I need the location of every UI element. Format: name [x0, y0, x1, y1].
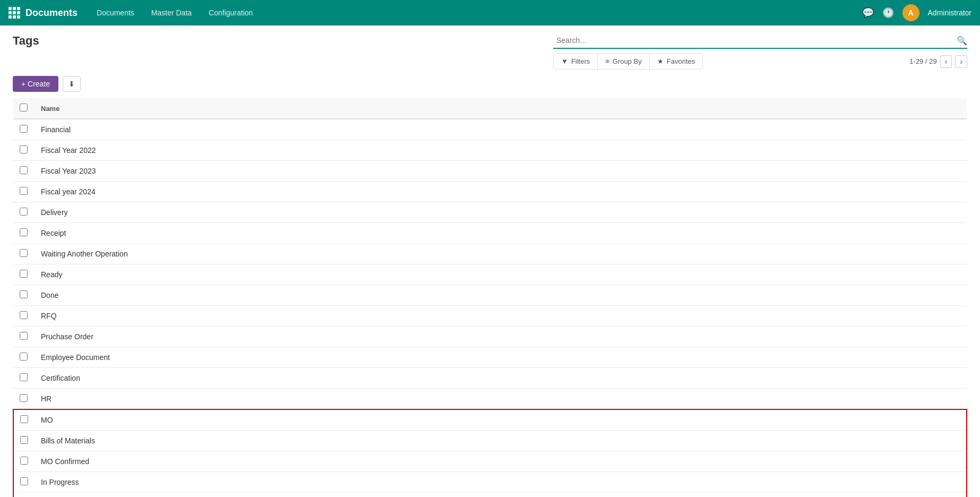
download-icon: ⬇ [68, 80, 75, 88]
row-name: Pruchase Order [35, 327, 967, 347]
row-checkbox[interactable] [20, 415, 28, 423]
row-name: Fiscal year 2024 [35, 182, 967, 202]
table-row[interactable]: Fiscal Year 2022 [13, 140, 967, 161]
search-bar: 🔍 [553, 34, 967, 49]
row-name: Financial [35, 119, 967, 140]
row-name: Employee Document [35, 347, 967, 368]
row-checkbox[interactable] [20, 457, 28, 465]
group-by-button[interactable]: ≡ Group By [598, 54, 650, 69]
table-row[interactable]: HR [13, 389, 967, 410]
row-name: HR [35, 389, 967, 410]
star-icon: ★ [657, 57, 664, 65]
row-name: Certification [35, 368, 967, 389]
avatar[interactable]: A [902, 4, 919, 21]
table-row[interactable]: In Progress [13, 472, 967, 493]
prev-page-button[interactable]: ‹ [940, 55, 952, 68]
row-checkbox[interactable] [20, 353, 28, 361]
search-input[interactable] [553, 34, 957, 47]
row-checkbox[interactable] [20, 270, 28, 278]
row-checkbox[interactable] [20, 332, 28, 340]
row-checkbox[interactable] [20, 187, 28, 195]
create-button[interactable]: + Create [13, 76, 58, 92]
toolbar: + Create ⬇ [13, 76, 967, 92]
chat-icon[interactable]: 💬 [862, 7, 874, 19]
filter-icon: ▼ [561, 57, 568, 65]
row-checkbox[interactable] [20, 436, 28, 444]
row-checkbox[interactable] [20, 125, 28, 133]
row-name: In Progress [35, 472, 967, 493]
tags-table: Name FinancialFiscal Year 2022Fiscal Yea… [13, 98, 967, 497]
row-name: Fiscal Year 2022 [35, 140, 967, 161]
app-logo[interactable]: Documents [8, 7, 78, 19]
row-checkbox[interactable] [20, 249, 28, 257]
row-name: RFQ [35, 306, 967, 327]
table-row[interactable]: MO [13, 409, 967, 431]
favorites-label: Favorites [667, 57, 695, 65]
row-checkbox[interactable] [20, 394, 28, 402]
row-checkbox[interactable] [20, 311, 28, 319]
search-icon[interactable]: 🔍 [957, 36, 967, 46]
nav-master-data[interactable]: Master Data [145, 5, 198, 20]
top-navigation: Documents Documents Master Data Configur… [0, 0, 980, 25]
next-page-button[interactable]: › [955, 55, 967, 68]
table-row[interactable]: Certification [13, 368, 967, 389]
table-row[interactable]: Employee Document [13, 347, 967, 368]
nav-configuration[interactable]: Configuration [202, 5, 259, 20]
table-row[interactable]: Fiscal Year 2023 [13, 161, 967, 182]
favorites-button[interactable]: ★ Favorites [650, 54, 702, 69]
table-row[interactable]: Ready [13, 264, 967, 285]
table-row[interactable]: Done [13, 285, 967, 306]
row-name: Bills of Materials [35, 431, 967, 451]
pagination-count: 1-29 / 29 [909, 57, 936, 65]
table-row[interactable]: Delivery [13, 202, 967, 223]
nav-documents[interactable]: Documents [90, 5, 141, 20]
group-by-label: Group By [613, 57, 642, 65]
username: Administrator [928, 8, 972, 17]
row-name: MO Confirmed [35, 451, 967, 472]
row-name: Waiting Another Operation [35, 244, 967, 264]
table-row[interactable]: Bills of Materials [13, 431, 967, 451]
row-name: Receipt [35, 223, 967, 244]
group-by-icon: ≡ [605, 57, 609, 65]
row-name: Delivery [35, 202, 967, 223]
top-nav-right: 💬 🕐 A Administrator [862, 4, 972, 21]
download-button[interactable]: ⬇ [63, 76, 81, 92]
row-name: Ready [35, 264, 967, 285]
page-title: Tags [13, 34, 39, 48]
table-row[interactable]: MO Done [13, 493, 967, 498]
row-name: Fiscal Year 2023 [35, 161, 967, 182]
table-row[interactable]: RFQ [13, 306, 967, 327]
nav-menu: Documents Master Data Configuration [90, 5, 849, 20]
filter-controls: ▼ Filters ≡ Group By ★ Favorites [553, 53, 703, 70]
table-row[interactable]: MO Confirmed [13, 451, 967, 472]
row-checkbox[interactable] [20, 145, 28, 153]
filters-label: Filters [571, 57, 590, 65]
row-checkbox[interactable] [20, 477, 28, 485]
app-title: Documents [25, 7, 78, 19]
table-row[interactable]: Financial [13, 119, 967, 140]
column-name-header: Name [35, 98, 967, 119]
page-content: Tags 🔍 ▼ Filters ≡ Group By [0, 25, 980, 497]
filters-button[interactable]: ▼ Filters [554, 54, 598, 69]
table-header: Name [13, 98, 967, 119]
table-row[interactable]: Waiting Another Operation [13, 244, 967, 264]
select-all-checkbox[interactable] [20, 104, 28, 112]
row-name: MO [35, 409, 967, 431]
table-row[interactable]: Fiscal year 2024 [13, 182, 967, 202]
row-checkbox[interactable] [20, 166, 28, 174]
table-row[interactable]: Receipt [13, 223, 967, 244]
row-checkbox[interactable] [20, 290, 28, 298]
table-row[interactable]: Pruchase Order [13, 327, 967, 347]
row-name: Done [35, 285, 967, 306]
row-checkbox[interactable] [20, 208, 28, 216]
row-name: MO Done [35, 493, 967, 498]
row-checkbox[interactable] [20, 228, 28, 236]
clock-icon[interactable]: 🕐 [882, 7, 894, 19]
grid-icon [8, 7, 20, 19]
row-checkbox[interactable] [20, 373, 28, 381]
